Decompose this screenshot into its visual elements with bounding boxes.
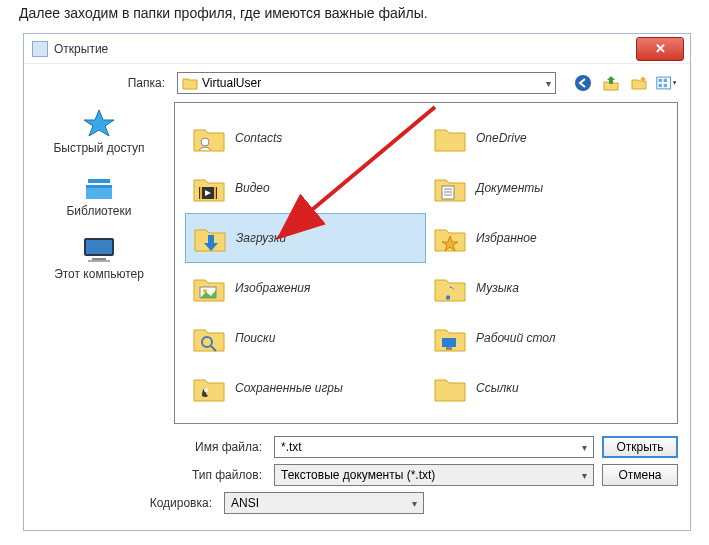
svg-rect-11 xyxy=(92,258,106,260)
folder-desktop-icon xyxy=(432,320,468,356)
sidebar-item-this-pc[interactable]: Этот компьютер xyxy=(30,234,168,281)
folder-item-video[interactable]: Видео xyxy=(185,163,426,213)
encoding-label: Кодировка: xyxy=(36,496,216,510)
folder-item-onedrive[interactable]: OneDrive xyxy=(426,113,667,163)
svg-rect-6 xyxy=(88,179,110,183)
folder-music-icon xyxy=(432,270,468,306)
svg-rect-2 xyxy=(659,79,662,82)
item-label: Видео xyxy=(235,181,270,195)
svg-point-22 xyxy=(204,388,208,392)
computer-icon xyxy=(80,234,118,264)
close-icon: ✕ xyxy=(655,41,666,56)
folder-links-icon xyxy=(432,370,468,406)
back-icon[interactable] xyxy=(572,73,594,93)
item-label: Рабочий стол xyxy=(476,331,556,345)
folder-icon xyxy=(182,76,198,90)
window-icon xyxy=(32,41,48,57)
file-column-1: Contacts Видео Загрузки Изображения Поис… xyxy=(185,113,426,413)
folder-documents-icon xyxy=(432,170,468,206)
close-button[interactable]: ✕ xyxy=(636,37,684,61)
item-label: Избранное xyxy=(476,231,537,245)
svg-rect-8 xyxy=(86,185,112,188)
file-list[interactable]: Contacts Видео Загрузки Изображения Поис… xyxy=(174,102,678,424)
filename-value: *.txt xyxy=(281,440,302,454)
svg-rect-5 xyxy=(664,84,667,87)
item-label: Изображения xyxy=(235,281,310,295)
folder-item-pictures[interactable]: Изображения xyxy=(185,263,426,313)
window-title: Открытие xyxy=(54,42,636,56)
file-column-2: OneDrive Документы Избранное Музыка Рабо… xyxy=(426,113,667,413)
title-bar: Открытие ✕ xyxy=(24,34,690,64)
folder-item-music[interactable]: Музыка xyxy=(426,263,667,313)
folder-item-search[interactable]: Поиски xyxy=(185,313,426,363)
encoding-combo[interactable]: ANSI▾ xyxy=(224,492,424,514)
folder-search-icon xyxy=(191,320,227,356)
folder-favorites-icon xyxy=(432,220,468,256)
folder-label: Папка: xyxy=(36,76,171,90)
item-label: Загрузки xyxy=(236,231,286,245)
open-dialog: Открытие ✕ Папка: VirtualUser ▾ Быстрый … xyxy=(23,33,691,531)
item-label: Музыка xyxy=(476,281,519,295)
filetype-value: Текстовые документы (*.txt) xyxy=(281,468,435,482)
sidebar-label: Быстрый доступ xyxy=(30,141,168,155)
folder-video-icon xyxy=(191,170,227,206)
sidebar-label: Библиотеки xyxy=(30,204,168,218)
filename-input[interactable]: *.txt▾ xyxy=(274,436,594,458)
svg-point-0 xyxy=(575,75,591,91)
page-caption: Далее заходим в папки профиля, где имеют… xyxy=(5,5,704,21)
chevron-down-icon: ▾ xyxy=(582,470,587,481)
folder-games-icon xyxy=(191,370,227,406)
svg-rect-17 xyxy=(214,187,216,199)
chevron-down-icon: ▾ xyxy=(412,498,417,509)
cancel-button[interactable]: Отмена xyxy=(602,464,678,486)
sidebar-label: Этот компьютер xyxy=(30,267,168,281)
folder-onedrive-icon xyxy=(432,120,468,156)
item-label: Сохраненные игры xyxy=(235,381,343,395)
svg-rect-16 xyxy=(200,187,202,199)
filename-label: Имя файла: xyxy=(36,440,266,454)
folder-downloads-icon xyxy=(192,220,228,256)
sidebar-item-libraries[interactable]: Библиотеки xyxy=(30,171,168,218)
item-label: OneDrive xyxy=(476,131,527,145)
svg-rect-4 xyxy=(659,84,662,87)
folder-contacts-icon xyxy=(191,120,227,156)
folder-item-documents[interactable]: Документы xyxy=(426,163,667,213)
chevron-down-icon: ▾ xyxy=(546,78,551,89)
bottom-panel: Имя файла: *.txt▾ Открыть Тип файлов: Те… xyxy=(24,432,690,530)
folder-value: VirtualUser xyxy=(202,76,261,90)
encoding-value: ANSI xyxy=(231,496,259,510)
item-label: Ссылки xyxy=(476,381,519,395)
folder-combo[interactable]: VirtualUser ▾ xyxy=(177,72,556,94)
svg-rect-12 xyxy=(88,260,110,262)
folder-item-links[interactable]: Ссылки xyxy=(426,363,667,413)
chevron-down-icon: ▾ xyxy=(582,442,587,453)
new-folder-icon[interactable] xyxy=(628,73,650,93)
folder-item-downloads[interactable]: Загрузки xyxy=(185,213,426,263)
folder-item-saved-games[interactable]: Сохраненные игры xyxy=(185,363,426,413)
places-sidebar: Быстрый доступ Библиотеки Этот компьютер xyxy=(24,98,174,432)
open-button[interactable]: Открыть xyxy=(602,436,678,458)
svg-rect-27 xyxy=(442,338,456,347)
filetype-combo[interactable]: Текстовые документы (*.txt)▾ xyxy=(274,464,594,486)
views-icon[interactable] xyxy=(656,73,678,93)
dialog-body: Быстрый доступ Библиотеки Этот компьютер… xyxy=(24,98,690,432)
item-label: Contacts xyxy=(235,131,282,145)
svg-rect-10 xyxy=(86,240,112,254)
svg-point-14 xyxy=(201,138,209,146)
toolbar xyxy=(562,73,678,93)
folder-item-contacts[interactable]: Contacts xyxy=(185,113,426,163)
folder-item-favorites[interactable]: Избранное xyxy=(426,213,667,263)
item-label: Поиски xyxy=(235,331,275,345)
svg-rect-28 xyxy=(446,347,452,350)
sidebar-item-quick-access[interactable]: Быстрый доступ xyxy=(30,108,168,155)
folder-row: Папка: VirtualUser ▾ xyxy=(24,64,690,98)
folder-pictures-icon xyxy=(191,270,227,306)
item-label: Документы xyxy=(476,181,543,195)
svg-rect-3 xyxy=(664,79,667,82)
filetype-label: Тип файлов: xyxy=(36,468,266,482)
up-icon[interactable] xyxy=(600,73,622,93)
libraries-icon xyxy=(82,171,116,201)
star-icon xyxy=(82,108,116,138)
folder-item-desktop[interactable]: Рабочий стол xyxy=(426,313,667,363)
